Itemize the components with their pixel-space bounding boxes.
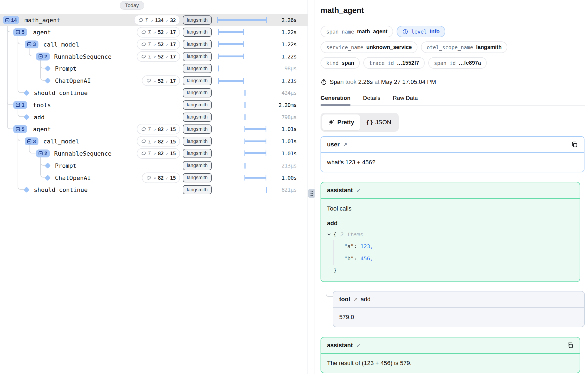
langsmith-tag-badge[interactable]: langsmith bbox=[183, 52, 212, 61]
langsmith-tag-badge[interactable]: langsmith bbox=[183, 15, 212, 25]
langsmith-tag-badge[interactable]: langsmith bbox=[183, 137, 212, 146]
trace-span-row[interactable]: should_continue langsmith 424µs bbox=[0, 87, 308, 99]
output-tokens-count: 17 bbox=[170, 41, 176, 47]
coin-icon bbox=[141, 139, 146, 144]
generation-messages: user ↗ what's 123 + 456? assistant ↙ Too… bbox=[321, 136, 585, 373]
json-root-line[interactable]: 2 items bbox=[327, 231, 574, 238]
trace-span-row[interactable]: should_continue langsmith 821µs bbox=[0, 184, 308, 196]
duration-label: 424µs bbox=[282, 90, 296, 96]
collapse-count-pill[interactable]: 3 bbox=[25, 40, 38, 48]
output-tokens-count: 15 bbox=[170, 175, 176, 181]
waterfall-bar bbox=[244, 102, 246, 108]
tab-raw-data[interactable]: Raw Data bbox=[393, 95, 418, 105]
copy-button[interactable] bbox=[571, 141, 578, 148]
sparkle-icon bbox=[328, 119, 335, 126]
collapse-square-minus-icon bbox=[16, 30, 20, 34]
view-mode-pretty[interactable]: Pretty bbox=[322, 114, 360, 130]
tab-details[interactable]: Details bbox=[363, 95, 380, 105]
langsmith-tag-badge[interactable]: langsmith bbox=[183, 40, 212, 49]
waterfall-bar bbox=[244, 177, 266, 179]
json-key: b bbox=[344, 255, 360, 262]
trace-span-row[interactable]: Prompt langsmith 213µs bbox=[0, 159, 308, 172]
duration-label: 1.01s bbox=[282, 150, 296, 157]
duration-label: 798µs bbox=[282, 114, 296, 120]
child-count-label: 5 bbox=[22, 126, 25, 132]
trace-span-row[interactable]: 5 agent Σ ↗ 82 ↙ 15 langsmith 1.01s bbox=[0, 123, 308, 135]
token-count-badge: Σ ↗ 82 ↙ 15 bbox=[137, 136, 180, 147]
trace-span-row[interactable]: ChatOpenAI ↗ 82 ↙ 15 langsmith 1.00s bbox=[0, 172, 308, 184]
collapse-count-pill[interactable]: 2 bbox=[36, 149, 50, 157]
input-tokens-arrow-icon: ↗ bbox=[153, 151, 156, 156]
output-tokens-arrow-icon: ↙ bbox=[165, 175, 168, 181]
duration-label: 1.22s bbox=[282, 53, 296, 60]
collapse-count-pill[interactable]: 14 bbox=[3, 16, 19, 24]
tag-row: kindspantrace_id…1552f7span_id…fc897a bbox=[321, 57, 588, 69]
panel-divider-line bbox=[308, 0, 308, 374]
collapse-count-pill[interactable]: 5 bbox=[13, 28, 27, 36]
level-info-badge: levelInfo bbox=[397, 26, 445, 37]
trace-span-row[interactable]: Prompt langsmith 98µs bbox=[0, 63, 308, 75]
collapse-count-pill[interactable]: 3 bbox=[25, 137, 38, 145]
input-tokens-count: 134 bbox=[155, 17, 164, 23]
token-count-badge: Σ ↗ 52 ↙ 17 bbox=[137, 51, 180, 62]
tag-key: kind bbox=[326, 60, 339, 66]
trace-span-row[interactable]: add langsmith 798µs bbox=[0, 111, 308, 123]
duration-label: 1.22s bbox=[282, 29, 296, 35]
tab-generation[interactable]: Generation bbox=[321, 95, 351, 105]
collapse-count-pill[interactable]: 2 bbox=[36, 53, 50, 60]
panel-resize-handle[interactable] bbox=[308, 189, 315, 198]
role-label: assistant bbox=[327, 342, 353, 349]
tag-key: level bbox=[411, 29, 427, 35]
langsmith-tag-badge[interactable]: langsmith bbox=[183, 185, 212, 194]
date-chip[interactable]: Today bbox=[120, 1, 144, 10]
metadata-tag-pill: otel_scope_namelangsmith bbox=[421, 41, 507, 53]
span-name-label: ChatOpenAI bbox=[55, 174, 91, 181]
copy-button[interactable] bbox=[567, 342, 574, 349]
coin-icon bbox=[138, 18, 143, 23]
trace-tree-panel: Today 14 math_agent Σ ↗ 134 ↙ 32 langsmi… bbox=[0, 0, 308, 374]
trace-span-row[interactable]: 2 RunnableSequence Σ ↗ 52 ↙ 17 langsmith… bbox=[0, 50, 308, 63]
chevron-down-icon bbox=[327, 232, 331, 237]
input-tokens-count: 52 bbox=[158, 41, 164, 47]
langsmith-tag-badge[interactable]: langsmith bbox=[183, 113, 212, 122]
langsmith-tag-badge[interactable]: langsmith bbox=[183, 64, 212, 73]
trace-span-row[interactable]: 3 call_model Σ ↗ 82 ↙ 15 langsmith 1.01s bbox=[0, 135, 308, 147]
collapse-count-pill[interactable]: 5 bbox=[13, 125, 27, 133]
langsmith-tag-badge[interactable]: langsmith bbox=[183, 76, 212, 85]
sigma-icon: Σ bbox=[145, 17, 148, 23]
leaf-diamond-icon bbox=[24, 187, 30, 193]
view-mode-json[interactable]: { }JSON bbox=[361, 114, 397, 130]
trace-span-row[interactable]: 5 agent Σ ↗ 52 ↙ 17 langsmith 1.22s bbox=[0, 26, 308, 38]
input-tokens-count: 82 bbox=[158, 138, 164, 144]
collapse-count-pill[interactable]: 1 bbox=[13, 101, 27, 109]
langsmith-tag-badge[interactable]: langsmith bbox=[183, 88, 212, 97]
langsmith-tag-badge[interactable]: langsmith bbox=[183, 173, 212, 182]
copy-icon bbox=[571, 141, 578, 148]
duration-label: 821µs bbox=[282, 186, 296, 193]
output-tokens-arrow-icon: ↙ bbox=[165, 29, 168, 35]
trace-span-row[interactable]: 3 call_model Σ ↗ 52 ↙ 17 langsmith 1.22s bbox=[0, 38, 308, 50]
coin-icon bbox=[141, 151, 146, 156]
tool-args-json-viewer: 2 items a123 b456 bbox=[327, 231, 574, 275]
trace-span-row[interactable]: ChatOpenAI ↗ 52 ↙ 17 langsmith 1.21s bbox=[0, 75, 308, 87]
langsmith-tag-badge[interactable]: langsmith bbox=[183, 124, 212, 134]
duration-text-part: 2.26s bbox=[357, 78, 373, 85]
inbound-arrow-icon: ↙ bbox=[356, 187, 361, 193]
langsmith-tag-badge[interactable]: langsmith bbox=[183, 100, 212, 110]
langsmith-tag-badge[interactable]: langsmith bbox=[183, 161, 212, 170]
output-tokens-arrow-icon: ↙ bbox=[165, 139, 168, 144]
span-duration-line: Span took 2.26s at May 27 17:05:04 PM bbox=[321, 78, 588, 86]
langsmith-tag-badge[interactable]: langsmith bbox=[183, 149, 212, 158]
leaf-diamond-icon bbox=[45, 162, 51, 169]
waterfall-bar bbox=[244, 152, 266, 154]
output-tokens-count: 17 bbox=[170, 54, 176, 60]
tool-result-group: tool ↗ add 579.0 bbox=[321, 291, 585, 327]
tag-value: math_agent bbox=[357, 28, 387, 35]
trace-span-row[interactable]: 2 RunnableSequence Σ ↗ 82 ↙ 15 langsmith… bbox=[0, 147, 308, 159]
child-count-label: 3 bbox=[33, 138, 36, 144]
langsmith-tag-badge[interactable]: langsmith bbox=[183, 28, 212, 37]
trace-span-row[interactable]: 1 tools langsmith 2.20ms bbox=[0, 99, 308, 111]
role-label: tool bbox=[339, 296, 350, 303]
trace-span-row[interactable]: 14 math_agent Σ ↗ 134 ↙ 32 langsmith 2.2… bbox=[0, 14, 308, 26]
open-brace bbox=[333, 231, 337, 238]
